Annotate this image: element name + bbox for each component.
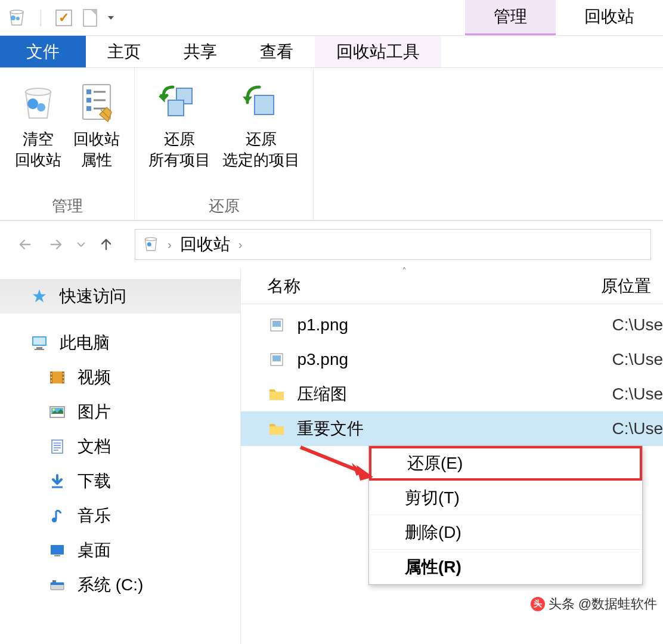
svg-rect-18: [36, 347, 42, 349]
svg-rect-13: [255, 95, 274, 114]
tab-home[interactable]: 主页: [86, 36, 162, 67]
svg-point-14: [145, 237, 156, 240]
music-icon: [48, 506, 67, 525]
empty-bin-icon: [17, 78, 59, 126]
sidebar-item-downloads[interactable]: 下载: [0, 464, 240, 499]
svg-point-0: [10, 10, 23, 14]
file-location: C:\Use: [612, 350, 663, 369]
sidebar-item-videos[interactable]: 视频: [0, 360, 240, 395]
column-header-location[interactable]: 原位置: [601, 275, 651, 298]
image-file-icon: [267, 315, 286, 335]
empty-recycle-bin-button[interactable]: 清空 回收站: [9, 73, 67, 193]
svg-point-27: [63, 377, 64, 378]
file-row[interactable]: 重要文件 C:\Use: [241, 411, 663, 446]
properties-qat-icon[interactable]: ✓: [55, 10, 72, 26]
sidebar-item-music[interactable]: 音乐: [0, 499, 240, 533]
sidebar-item-desktop[interactable]: 桌面: [0, 533, 240, 568]
sidebar-item-documents[interactable]: 文档: [0, 429, 240, 464]
watermark-text: 头条 @数据蛙软件: [549, 595, 657, 613]
svg-rect-12: [168, 100, 184, 116]
svg-rect-7: [86, 98, 91, 103]
sidebar-label: 文档: [78, 435, 111, 458]
desktop-icon: [48, 541, 67, 560]
tab-share[interactable]: 共享: [162, 36, 238, 67]
context-menu-delete[interactable]: 删除(D): [369, 515, 642, 550]
qat-dropdown-icon[interactable]: [108, 16, 114, 20]
svg-point-24: [51, 377, 52, 378]
sidebar-label: 下载: [78, 470, 111, 493]
window-title: 回收站: [556, 0, 663, 35]
context-menu: 还原(E) 剪切(T) 删除(D) 属性(R): [368, 445, 643, 585]
sidebar-label: 视频: [78, 366, 111, 389]
svg-rect-19: [35, 349, 44, 350]
document-qat-icon[interactable]: [83, 9, 97, 27]
properties-icon: [78, 78, 115, 126]
tab-recycle-tools[interactable]: 回收站工具: [315, 36, 441, 67]
restore-selected-label: 还原 选定的项目: [222, 129, 300, 171]
nav-back-button[interactable]: [12, 231, 38, 258]
recycle-bin-properties-button[interactable]: 回收站 属性: [67, 73, 126, 193]
sidebar-label: 音乐: [78, 504, 111, 527]
file-name: p3.png: [297, 350, 612, 369]
drive-icon: [48, 575, 67, 595]
nav-forward-button[interactable]: [43, 231, 69, 258]
context-menu-restore[interactable]: 还原(E): [369, 446, 642, 481]
context-menu-cut[interactable]: 剪切(T): [369, 481, 642, 515]
breadcrumb-location[interactable]: 回收站: [180, 233, 230, 256]
file-name: p1.png: [297, 315, 612, 335]
svg-point-1: [26, 88, 51, 95]
file-name: 重要文件: [297, 417, 612, 440]
restore-selected-button[interactable]: 还原 选定的项目: [216, 73, 306, 193]
properties-label: 回收站 属性: [73, 129, 120, 171]
documents-icon: [48, 437, 67, 456]
image-file-icon: [267, 350, 286, 369]
svg-rect-44: [52, 580, 54, 581]
sidebar-item-quick-access[interactable]: 快速访问: [0, 279, 240, 314]
svg-point-3: [37, 103, 45, 112]
tab-view[interactable]: 查看: [238, 36, 315, 67]
file-row[interactable]: 压缩图 C:\Use: [241, 377, 663, 411]
computer-icon: [30, 333, 49, 352]
sidebar-item-pictures[interactable]: 图片: [0, 395, 240, 429]
ribbon-group-restore-label: 还原: [209, 193, 240, 218]
context-menu-properties[interactable]: 属性(R): [369, 550, 642, 584]
svg-rect-49: [272, 355, 281, 361]
svg-rect-40: [54, 555, 60, 556]
svg-point-38: [52, 518, 57, 522]
sort-indicator-icon: ˄: [402, 266, 407, 277]
svg-point-26: [63, 373, 64, 374]
file-row[interactable]: p3.png C:\Use: [241, 342, 663, 377]
download-icon: [48, 472, 67, 491]
restore-all-label: 还原 所有项目: [148, 129, 210, 171]
star-icon: [30, 287, 49, 306]
svg-rect-45: [54, 580, 56, 581]
svg-point-31: [52, 408, 55, 411]
svg-rect-47: [272, 321, 281, 327]
sidebar-label: 此电脑: [60, 332, 110, 354]
recycle-bin-icon: [142, 235, 159, 254]
svg-rect-32: [52, 440, 63, 453]
sidebar-label: 系统 (C:): [78, 574, 143, 596]
tab-file[interactable]: 文件: [0, 36, 86, 67]
chevron-right-icon[interactable]: ›: [168, 238, 172, 252]
sidebar-item-system-drive[interactable]: 系统 (C:): [0, 568, 240, 602]
folder-icon: [267, 385, 286, 404]
nav-recent-dropdown[interactable]: [74, 231, 88, 258]
restore-all-button[interactable]: 还原 所有项目: [142, 73, 216, 193]
svg-rect-39: [51, 545, 64, 555]
chevron-right-icon[interactable]: ›: [238, 238, 243, 252]
title-tab-manage[interactable]: 管理: [465, 0, 556, 35]
ribbon-group-manage-label: 管理: [52, 193, 83, 218]
file-name: 压缩图: [297, 383, 612, 405]
svg-point-28: [63, 380, 64, 382]
file-row[interactable]: p1.png C:\Use: [241, 308, 663, 342]
empty-bin-label: 清空 回收站: [15, 129, 61, 171]
restore-all-icon: [159, 78, 200, 126]
svg-rect-5: [86, 89, 91, 94]
video-icon: [48, 368, 67, 387]
file-location: C:\Use: [612, 385, 663, 404]
column-header-name[interactable]: 名称: [267, 275, 601, 298]
sidebar-item-this-pc[interactable]: 此电脑: [0, 326, 240, 360]
nav-up-button[interactable]: [93, 231, 119, 258]
address-bar[interactable]: › 回收站 ›: [135, 229, 651, 260]
